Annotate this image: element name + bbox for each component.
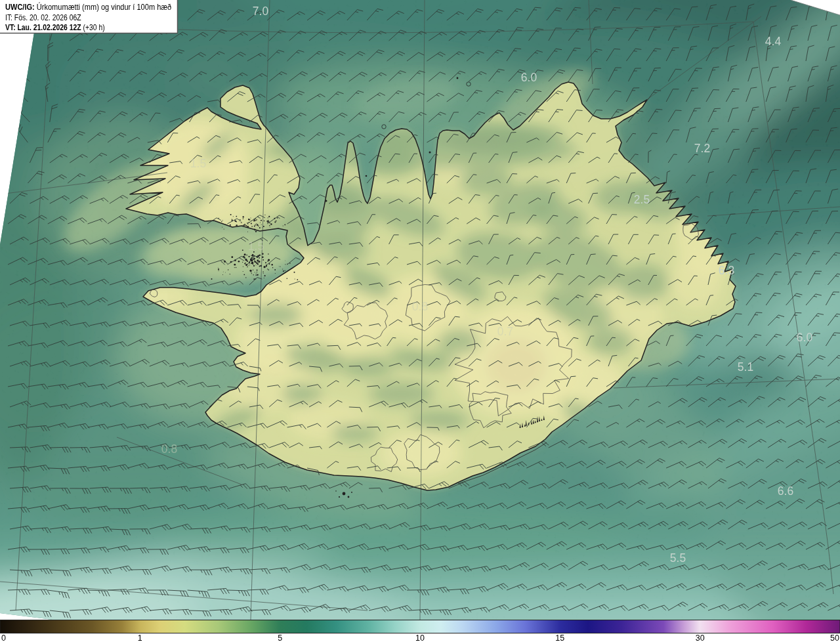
- svg-text:5: 5: [278, 633, 282, 642]
- svg-text:30: 30: [696, 633, 705, 642]
- svg-text:50: 50: [830, 633, 839, 642]
- svg-text:15: 15: [555, 633, 564, 642]
- svg-text:VT: Lau. 21.02.2026 12Z (+30 h: VT: Lau. 21.02.2026 12Z (+30 h): [5, 22, 105, 32]
- svg-text:0: 0: [1, 633, 6, 642]
- svg-text:UWC/IG: Úrkomumætti (mm) og vi: UWC/IG: Úrkomumætti (mm) og vindur í 100…: [5, 1, 172, 12]
- svg-text:1: 1: [138, 633, 142, 642]
- svg-text:10: 10: [415, 633, 425, 642]
- svg-text:IT: Fös. 20. 02. 2026 06Z: IT: Fös. 20. 02. 2026 06Z: [5, 12, 81, 22]
